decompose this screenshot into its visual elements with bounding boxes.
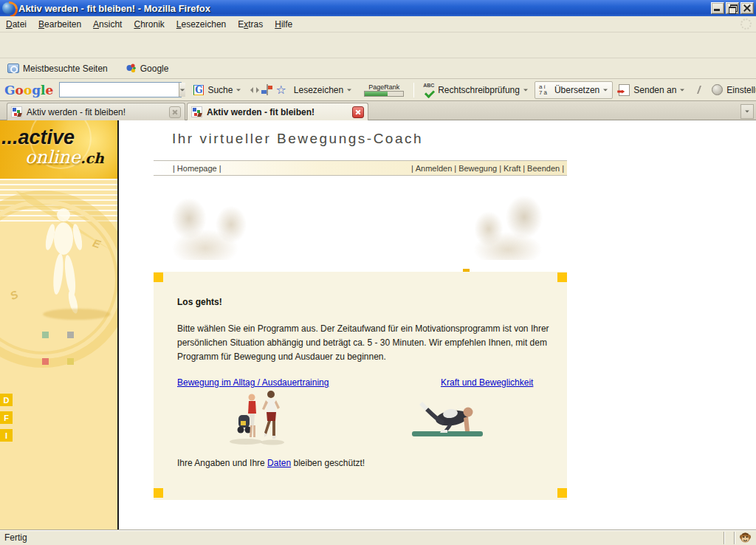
faded-photo-couple <box>154 191 279 260</box>
throbber-icon <box>740 18 752 30</box>
menu-lesezeichen[interactable]: Lesezeichen <box>171 17 232 32</box>
image-exercise-mat <box>406 396 487 440</box>
gold-corner-square <box>557 272 567 282</box>
tab-favicon <box>191 106 202 117</box>
toolbar-separator <box>413 83 414 97</box>
nav-link-bewegung[interactable]: Bewegung <box>458 164 497 173</box>
sidebar-square-red <box>42 358 49 365</box>
tab-close-icon[interactable] <box>352 106 364 118</box>
all-tabs-dropdown-button[interactable] <box>740 104 754 119</box>
news-icon[interactable] <box>267 84 268 95</box>
einstellungen-button[interactable]: Einstellungen <box>707 81 756 98</box>
lesezeichen-button[interactable]: Lesezeichen <box>289 82 357 98</box>
menu-datei[interactable]: Datei <box>0 17 32 32</box>
sidebar-square-gray <box>67 332 74 338</box>
page-navigation: | Homepage | | Anmelden | Bewegung | Kra… <box>154 160 567 176</box>
google-suche-button[interactable]: G Suche <box>189 82 246 98</box>
google-g-icon: G <box>193 85 204 95</box>
page-nav-right: | Anmelden | Bewegung | Kraft | Beenden … <box>411 164 564 173</box>
title-bar: Aktiv werden - fit bleiben! - Mozilla Fi… <box>0 0 756 16</box>
faded-photo-elderly-couple <box>443 191 567 260</box>
pagerank-widget[interactable]: PageRank <box>364 83 404 97</box>
status-bar: Fertig <box>0 529 756 545</box>
rechtschreibpruefung-button[interactable]: Rechtschreibprüfung <box>418 81 533 99</box>
sidebar-square-green <box>42 332 49 338</box>
tab-active[interactable]: Aktiv werden - fit bleiben! <box>187 103 368 120</box>
page-frame: Ihr virtueller Bewegungs-Coach | Homepag… <box>119 120 756 529</box>
figure-shadow <box>43 309 111 320</box>
tab-close-icon[interactable] <box>169 106 181 118</box>
uebersetzen-dropdown-icon <box>603 89 608 91</box>
gold-corner-square <box>154 488 163 498</box>
language-button-fr[interactable]: F <box>0 411 13 424</box>
page-title: Ihr virtueller Bewegungs-Coach <box>172 131 423 147</box>
google-search-input[interactable] <box>60 83 179 97</box>
language-button-it[interactable]: I <box>0 429 13 442</box>
restore-button[interactable] <box>726 2 739 14</box>
close-button[interactable] <box>740 2 754 14</box>
menu-hilfe[interactable]: Hilfe <box>269 17 298 32</box>
star-icon[interactable] <box>275 83 286 97</box>
settings-circle-icon <box>712 84 723 95</box>
pagerank-fill <box>365 92 388 96</box>
firefox-window: Aktiv werden - fit bleiben! - Mozilla Fi… <box>0 0 756 545</box>
minimize-button[interactable] <box>711 2 724 14</box>
navigation-toolbar: http://www.active-online.ch/v5/direkt/ge… <box>0 32 756 58</box>
suche-dropdown-icon[interactable] <box>236 89 241 91</box>
google-toolbar: Google G Suche Lesezeichen PageRank Rech… <box>0 79 756 101</box>
active-online-logo: ...active online.ch <box>0 120 117 179</box>
content-box: Los gehts! Bitte wählen Sie ein Programm… <box>154 272 567 500</box>
link-daten[interactable]: Daten <box>267 458 291 468</box>
send-page-icon <box>619 84 630 96</box>
language-button-de[interactable]: D <box>0 394 13 406</box>
menu-bearbeiten[interactable]: Bearbeiten <box>32 17 87 32</box>
browser-content: ...active online.ch S E <box>0 120 756 529</box>
pagerank-bar <box>364 91 404 97</box>
uebersetzen-button[interactable]: Übersetzen <box>535 81 613 99</box>
logo-text-ch: .ch <box>80 150 104 166</box>
site-sidebar: ...active online.ch S E <box>0 120 117 529</box>
privacy-note: Ihre Angaben und Ihre Daten bleiben gesc… <box>177 458 365 468</box>
link-kraft-beweglichkeit[interactable]: Kraft und Beweglichkeit <box>441 377 533 388</box>
nav-link-beenden[interactable]: Beenden <box>527 164 560 173</box>
window-title: Aktiv werden - fit bleiben! - Mozilla Fi… <box>18 3 709 14</box>
toolbar-splitter-icon[interactable] <box>250 87 259 93</box>
link-ausdauertraining[interactable]: Bewegung im Alltag / Ausdauertraining <box>177 377 329 388</box>
logo-text-online: online.ch <box>25 147 104 168</box>
status-cell <box>724 532 734 544</box>
header-image-strip <box>154 191 567 260</box>
google-search-field[interactable] <box>59 82 182 97</box>
gold-corner-square <box>557 488 567 498</box>
lesezeichen-dropdown-icon <box>347 89 351 91</box>
senden-an-button[interactable]: Senden an <box>614 81 690 99</box>
extension-monkey-icon[interactable] <box>734 532 756 544</box>
tab-favicon <box>11 106 22 117</box>
gold-corner-square <box>154 272 163 282</box>
menu-extras[interactable]: Extras <box>232 17 269 32</box>
nav-link-homepage[interactable]: Homepage <box>177 164 217 173</box>
highlighter-eraser-icon[interactable] <box>697 86 701 94</box>
bookmarks-toolbar: Meistbesuchte Seiten Google <box>0 58 756 79</box>
logo-text-active: ...active <box>1 126 75 149</box>
translate-icon <box>539 84 551 96</box>
rechtschreib-dropdown-icon <box>523 89 528 91</box>
page-nav-left: | Homepage | <box>173 164 221 173</box>
tab-bar: Aktiv werden - fit bleiben! Aktiv werden… <box>0 101 756 120</box>
sidebar-square-yellow <box>67 358 74 365</box>
bookmark-google[interactable]: Google <box>123 61 172 75</box>
firefox-icon <box>2 2 14 14</box>
senden-dropdown-icon <box>680 89 684 91</box>
image-walking-running <box>224 388 294 446</box>
menu-ansicht[interactable]: Ansicht <box>87 17 128 32</box>
google-bookmark-icon <box>126 63 137 74</box>
nav-link-kraft[interactable]: Kraft <box>504 164 520 173</box>
status-text: Fertig <box>0 532 724 543</box>
menu-chronik[interactable]: Chronik <box>128 17 170 32</box>
folder-search-icon <box>7 64 19 73</box>
google-search-dropdown[interactable] <box>179 83 185 97</box>
spellcheck-icon <box>422 84 435 96</box>
nav-link-anmelden[interactable]: Anmelden <box>416 164 453 173</box>
tab-inactive[interactable]: Aktiv werden - fit bleiben! <box>7 103 185 120</box>
menu-bar: Datei Bearbeiten Ansicht Chronik Lesezei… <box>0 16 756 32</box>
bookmark-meistbesuchte-seiten[interactable]: Meistbesuchte Seiten <box>4 62 111 75</box>
